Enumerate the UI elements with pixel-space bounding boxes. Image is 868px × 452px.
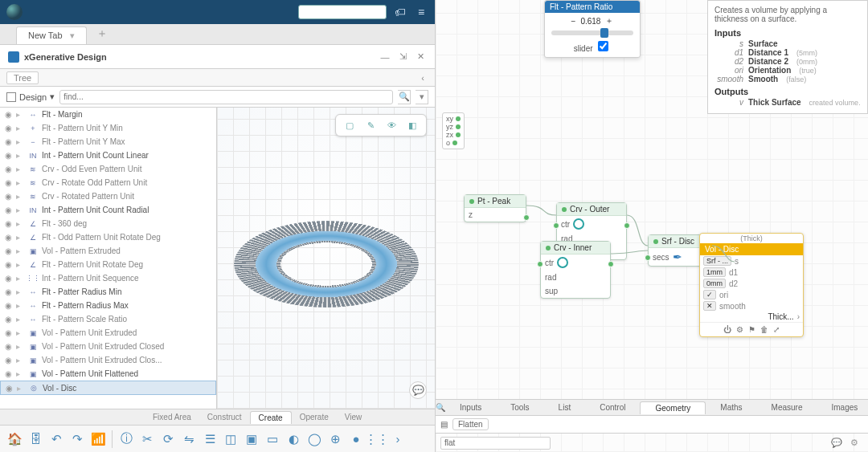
expand-icon[interactable] [16,219,24,228]
search-icon[interactable]: 🔍 [398,90,411,104]
tree-row[interactable]: INInt - Pattern Unit Count Radial [0,203,216,217]
expand-icon[interactable] [16,301,24,310]
node-input-row[interactable]: 0mmd2 [700,278,803,289]
node-graph[interactable]: Flt - Pattern Ratio − 0.618 ＋ slider xyy… [436,0,868,452]
shell-icon[interactable]: ▭ [263,430,282,449]
node-search-input[interactable] [440,437,551,450]
global-search-input[interactable] [298,5,387,19]
visibility-icon[interactable] [5,192,16,201]
tree-row[interactable]: −Flt - Pattern Unit Y Max [0,135,216,149]
expand-icon[interactable] [16,124,24,132]
filter-icon[interactable]: ▾ [416,90,428,104]
viewport-3d[interactable]: ▢ ✎ 👁 ◧ 💬 [217,108,435,409]
input-chip[interactable]: 0mm [703,279,726,288]
tree-row[interactable]: ∠Flt - Pattern Unit Rotate Deg [0,258,216,271]
layers-icon[interactable]: ☰ [200,430,219,449]
visibility-icon[interactable] [5,301,16,310]
tree-row[interactable]: +Flt - Pattern Unit Y Min [0,121,216,135]
mode-tab[interactable]: Create [250,411,292,424]
tree-row[interactable]: ▣Vol - Pattern Unit Extruded Closed [0,340,216,353]
tab-main[interactable]: New Tab ▾ [16,26,87,44]
slider-track[interactable] [551,31,633,35]
mode-tab[interactable]: Operate [292,411,337,423]
tree-row[interactable]: ↔Flt - Patter Radius Min [0,285,216,299]
node-input-row[interactable]: ✓ori [700,289,803,300]
slider-popup[interactable]: Flt - Pattern Ratio − 0.618 ＋ slider [544,0,641,58]
cut-icon[interactable]: ✂ [137,430,157,449]
visibility-icon[interactable] [5,219,16,228]
visibility-icon[interactable] [6,384,17,393]
chat-icon[interactable]: 💬 [409,381,427,399]
design-combo[interactable]: Design ▾ [6,92,55,102]
axis-option[interactable]: zx [446,131,461,139]
tree-row[interactable]: ▣Vol - Pattern Extruded [0,244,216,258]
tree-row[interactable]: ◎Vol - Disc [0,381,216,395]
visibility-icon[interactable] [5,137,16,146]
tree-row[interactable]: ↔Flt - Pattern Scale Ratio [0,312,216,326]
node-input-row[interactable]: Srf - ...s [700,255,803,267]
chevron-left-icon[interactable]: ‹ [417,73,428,83]
expand-icon[interactable] [16,246,24,255]
input-chip[interactable]: ✕ [703,301,716,311]
feature-tree[interactable]: ↔Flt - Margin+Flt - Pattern Unit Y Min−F… [0,108,217,409]
sphere-icon[interactable]: ● [346,430,366,449]
category-tab[interactable]: List [544,401,586,413]
visibility-icon[interactable] [5,246,16,255]
expand-icon[interactable] [17,384,25,393]
minimize-icon[interactable]: — [379,51,391,63]
eye-off-icon[interactable]: 👁 [384,118,399,132]
minus-icon[interactable]: − [571,17,576,26]
node-input-row[interactable]: 1mmd1 [700,267,803,278]
expand-icon[interactable] [16,192,24,201]
visibility-icon[interactable] [5,315,16,324]
tree-row[interactable]: ≋Crv - Rotate Odd Pattern Unit [0,176,216,189]
tree-row[interactable]: ▣Vol - Pattern Unit Flattened [0,367,216,381]
visibility-icon[interactable] [5,356,16,364]
category-tab[interactable]: Measure [757,401,817,413]
mirror-icon[interactable]: ⇋ [179,430,199,449]
visibility-icon[interactable] [5,233,16,242]
axis-option[interactable]: yz [446,123,461,131]
tree-row[interactable]: ▣Vol - Pattern Unit Extruded Clos... [0,353,216,367]
mode-tab[interactable]: Fixed Area [145,411,199,423]
node-pt-peak[interactable]: Pt - Peak z [464,194,526,222]
mode-tab[interactable]: View [337,411,371,423]
undo-icon[interactable]: ↶ [47,430,66,449]
category-tab[interactable]: Geometry [640,401,706,414]
info-icon[interactable]: ⓘ [117,430,136,449]
expand-icon[interactable] [16,315,24,324]
box-icon[interactable]: ▢ [342,118,357,132]
home-icon[interactable]: 🏠 [5,430,24,449]
search-icon[interactable]: 🔍 [436,403,445,412]
expand-icon[interactable] [16,274,24,283]
category-tab[interactable]: Images [817,401,868,413]
input-chip[interactable]: Srf - ... [703,256,731,266]
expand-icon[interactable] [16,287,24,296]
tree-row[interactable]: ↔Flt - Pattern Radius Max [0,299,216,312]
collapse-icon[interactable]: ⇲ [396,51,409,63]
chat-icon[interactable]: 💬 [831,438,844,448]
palette-item[interactable]: Flatten [452,418,489,430]
plus-icon[interactable]: ＋ [605,15,613,26]
extrude-icon[interactable]: ◫ [221,430,240,449]
input-chip[interactable]: 1mm [703,267,726,277]
tree-row[interactable]: INInt - Pattern Unit Count Linear [0,149,216,162]
hamburger-icon[interactable]: ≡ [414,5,428,19]
slider-check[interactable] [598,41,608,51]
slider-thumb[interactable] [600,28,608,38]
pad-icon[interactable]: ▣ [242,430,261,449]
visibility-icon[interactable] [5,328,16,337]
visibility-icon[interactable] [5,287,16,296]
axis-picker[interactable]: xyyzzxo [442,112,465,149]
visibility-icon[interactable] [5,206,16,214]
eraser-icon[interactable]: ◧ [405,118,420,132]
rotate-icon[interactable]: ⟳ [158,430,178,449]
expand-icon[interactable] [16,233,24,242]
category-tab[interactable]: Maths [706,401,756,413]
tag-icon[interactable]: 🏷 [393,5,407,19]
visibility-icon[interactable] [5,110,16,119]
visibility-icon[interactable] [5,165,16,173]
expand-icon[interactable] [16,356,24,364]
flag-icon[interactable]: ⚑ [748,325,755,334]
expand-icon[interactable] [16,151,24,160]
